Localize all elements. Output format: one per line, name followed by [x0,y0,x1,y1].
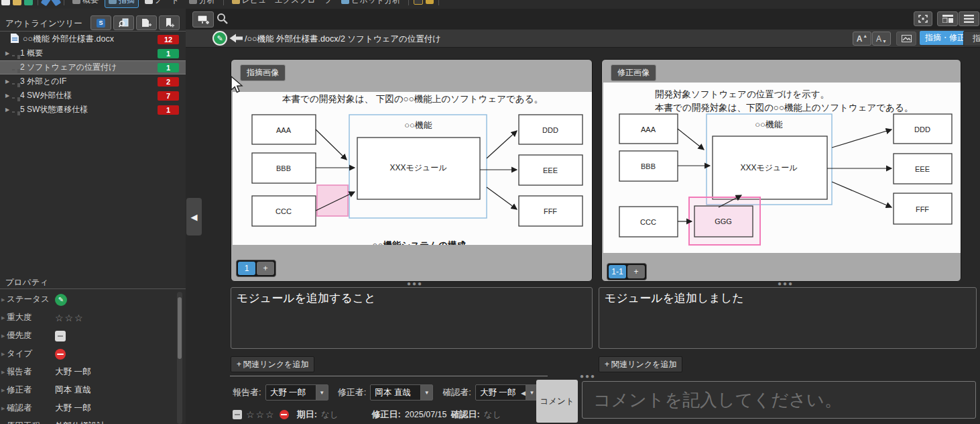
severity-stars[interactable]: ☆☆☆ [55,313,84,323]
page-tabs-left: 1 + [236,260,276,277]
property-row-priority[interactable]: ▶ 優先度 [0,327,174,345]
issue-count-badge: 1 [158,105,179,115]
property-value: 外部仕様設計 [55,421,105,424]
pointed-note-textarea[interactable]: モジュールを追加すること [231,287,593,349]
expander-icon[interactable]: ▶ [4,50,11,56]
app-root: 概要 指摘 ノート 分析 レビューエクスプローラ ピボット分析 アウトラインツリ… [0,0,980,424]
toggle-shiteki[interactable]: 指摘 [963,31,980,46]
image-view-button[interactable] [896,32,916,46]
property-row-type[interactable]: ▶ タイプ [0,345,174,363]
due-label: 期日: [297,409,317,421]
box-label-ccc: CCC [275,207,292,215]
toolbar-tab-note[interactable]: ノート [141,0,183,7]
new-doc-icon[interactable] [1,0,10,5]
diagram-caption: 本書での開発対象は、 下図の○○機能上のソフトウェアである。 [282,94,543,104]
tree-item-section-1[interactable]: ▶ 1 概要 1 [0,46,186,60]
add-page-tab[interactable]: + [627,265,645,278]
checker-select[interactable]: 大野 一郎▼ [475,384,538,401]
property-row-fixer[interactable]: ▶ 修正者 岡本 直哉 [0,381,174,399]
add-page-tab[interactable]: + [257,262,274,275]
property-value: 大野 一郎 [55,403,90,414]
divider [438,0,439,5]
property-row-reporter[interactable]: ▶ 報告者 大野 一郎 [0,363,174,381]
fullscreen-button[interactable] [914,11,932,26]
reporter-select[interactable]: 大野 一郎▼ [265,384,328,401]
chevron-down-icon[interactable]: ▼ [420,385,432,400]
camera-icon [72,0,80,4]
toolbar-tab-pivot-analysis[interactable]: ピボット分析 [338,0,404,7]
box-label-module: XXXモジュール [389,163,447,172]
comment-tab[interactable]: コメント [536,380,578,423]
tree-item-document[interactable]: ○○機能 外部仕様書.docx 12 [0,32,186,46]
property-label: 重大度 [7,312,55,323]
box-label-eee: EEE [915,165,930,173]
severity-stars[interactable]: ☆☆☆ [246,409,275,420]
property-label: 報告者 [7,366,55,378]
resize-handle[interactable]: ●●● [778,280,794,287]
expander-icon[interactable]: ▶ [4,78,11,85]
s-doc-icon: S [97,19,105,28]
property-row-severity[interactable]: ▶ 重大度 ☆☆☆ [0,309,174,327]
priority-minus-icon[interactable] [233,410,242,419]
warning-icon[interactable] [414,0,423,5]
tree-item-section-3[interactable]: ▶ 3 外部とのIF 2 [0,74,186,89]
sidebar-collapse-button[interactable]: ◀ [186,198,202,235]
search-icon[interactable] [217,13,228,26]
font-decrease-button[interactable]: A▼ [872,32,891,46]
tree-item-section-4[interactable]: ▶ 4 SW外部仕様 7 [0,89,186,103]
property-label: ステータス [7,294,55,305]
fixed-note-textarea[interactable]: モジュールを追加しました [599,287,977,349]
type-noentry-icon[interactable] [280,410,289,419]
properties-scrollbar[interactable] [177,292,182,424]
undo-icon[interactable] [41,0,52,6]
resize-handle[interactable]: ●●● [580,372,596,380]
dates-row: ☆☆☆ 期日: なし 修正日: 2025/07/15 確認日: なし [233,408,501,421]
add-related-link-button-right[interactable]: + 関連リンクを追加 [599,356,682,372]
bar-chart-icon [341,0,349,4]
search-doc-button[interactable] [113,15,134,30]
tree-item-section-2-selected[interactable]: 2 ソフトウェアの位置付け 1 [0,60,186,74]
warning-filled-icon[interactable] [426,0,434,4]
fixer-select[interactable]: 岡本 直哉▼ [370,384,433,401]
save-icon[interactable] [24,0,33,5]
list-view-button[interactable] [959,11,979,26]
style-doc-button[interactable]: S [90,15,111,30]
list-icon [964,15,974,23]
property-row-checker[interactable]: ▶ 確認者 大野 一郎 [0,399,174,417]
highlight-rect [317,185,348,216]
tree-item-section-5[interactable]: ▶ 5 SW状態遷移仕様 1 [0,103,186,117]
property-row-status[interactable]: ▶ ステータス ✎ [0,290,174,309]
properties-panel: ▶ ステータス ✎ ▶ 重大度 ☆☆☆ ▶ 優先度 ▶ タイプ ▶ 報告者 [0,290,174,424]
toolbar-tab-overview[interactable]: 概要 [69,0,102,7]
due-value: なし [321,409,339,421]
split-view-button[interactable] [937,11,958,26]
scrollbar-thumb[interactable] [178,297,182,359]
page-tab-1[interactable]: 1 [238,262,255,275]
add-doc-button[interactable] [136,15,157,30]
expander-icon: ▶ [1,370,7,375]
add-related-link-button-left[interactable]: + 関連リンクを追加 [231,356,314,372]
checked-date-label: 確認日: [451,409,480,421]
redo-icon[interactable] [50,0,62,6]
add-capture-button[interactable] [192,11,214,28]
toolbar-tab-analysis[interactable]: 分析 [186,0,219,7]
toolbar-tab-shiteki[interactable]: 指摘 [105,0,139,8]
font-increase-button[interactable]: A▲ [853,32,871,46]
comment-input[interactable]: コメントを記入してください。 [582,381,976,419]
pen-icon [109,0,117,4]
status-pencil-icon[interactable]: ✎ [55,294,67,306]
page-tab-1-1[interactable]: 1-1 [609,265,626,278]
priority-minus-icon[interactable] [55,331,66,341]
chevron-down-icon[interactable]: ▼ [316,385,328,400]
resize-handle[interactable]: ●●● [407,280,423,287]
comment-collapse-icon[interactable]: ◀ [521,390,526,396]
screen-plus-icon [197,15,209,24]
expander-icon[interactable]: ▶ [4,93,11,99]
expander-icon[interactable]: ▶ [4,107,11,113]
back-arrow-icon[interactable] [229,34,243,45]
open-folder-icon[interactable] [13,0,21,5]
toolbar-tab-review-explorer[interactable]: レビューエクスプローラ [229,0,336,7]
add-bookmark-button[interactable] [159,15,180,30]
property-row-cause-process[interactable]: ▶ 原因工程 外部仕様設計 [0,417,174,424]
type-noentry-icon[interactable] [55,349,66,360]
